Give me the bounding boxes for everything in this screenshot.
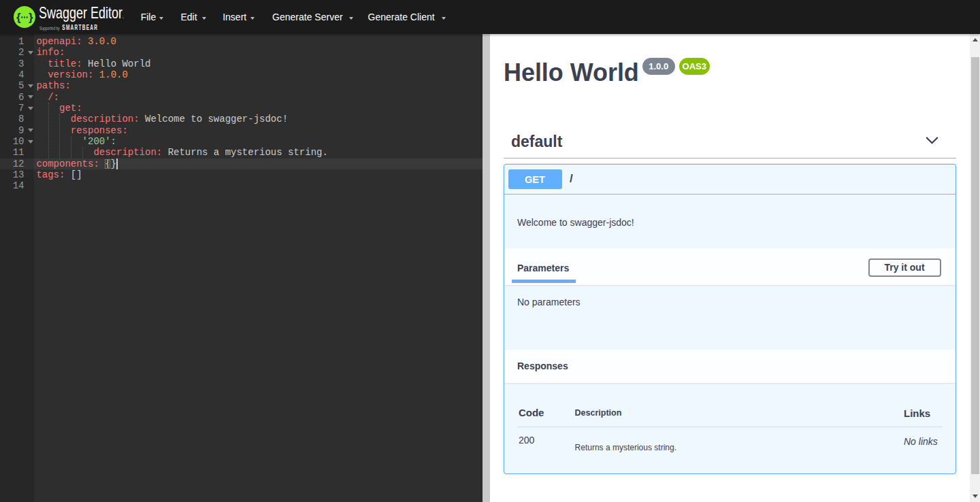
svg-text:}: }	[29, 11, 33, 24]
svg-text:{: {	[16, 11, 21, 24]
